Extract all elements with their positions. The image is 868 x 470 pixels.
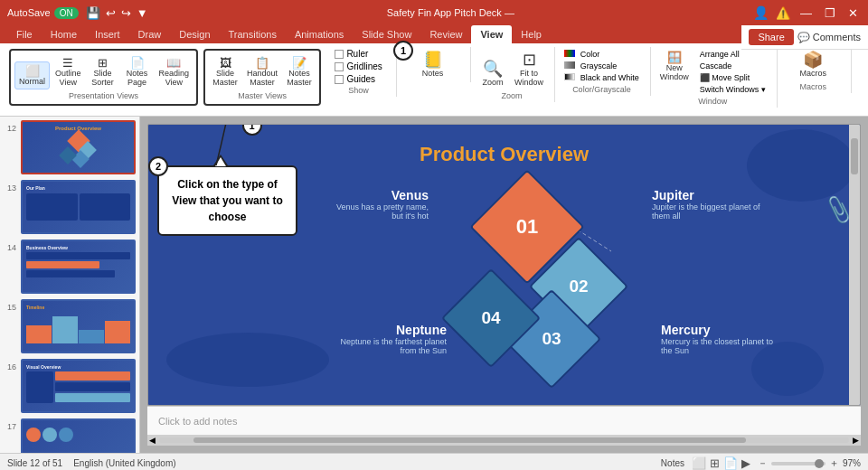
slide-thumb-16[interactable]: 16 Visual Overview (4, 359, 136, 413)
outline-view-btn[interactable]: ☰ Outline View (52, 54, 85, 89)
switch-windows-btn[interactable]: Switch Windows ▾ (696, 84, 769, 95)
ribbon: File Home Insert Draw Design Transitions… (0, 25, 868, 117)
notes-area[interactable]: Click to add notes (147, 406, 861, 435)
more-btn[interactable]: ▼ (137, 6, 148, 20)
slide-num-13: 13 (4, 183, 16, 193)
bw-btn[interactable]: Black and White (561, 72, 643, 83)
reading-view-btn[interactable]: 📖 Reading View (156, 54, 193, 89)
slide-panel[interactable]: 12 Product Overview 13 Our Plan (0, 117, 140, 453)
language-info: English (United Kingdom) (73, 458, 175, 468)
scroll-thumb[interactable] (851, 138, 858, 174)
guides-checkbox[interactable] (335, 75, 344, 84)
ruler-check[interactable]: Ruler (335, 49, 382, 59)
tab-animations[interactable]: Animations (286, 25, 353, 43)
macros-btn[interactable]: 📦 Macros (796, 49, 830, 80)
zoom-label: Zoom (502, 91, 523, 100)
scroll-right-btn[interactable]: ▶ (853, 436, 859, 445)
reading-view-icon[interactable]: 📄 (723, 456, 738, 470)
tab-review[interactable]: Review (420, 25, 471, 43)
move-split-btn[interactable]: ⬛ Move Split (696, 72, 769, 83)
notes-icon: 📒 (423, 52, 443, 68)
handout-master-btn[interactable]: 📋 Handout Master (243, 54, 281, 89)
guides-check[interactable]: Guides (335, 74, 382, 84)
vertical-scrollbar[interactable] (849, 125, 860, 405)
sorter-view-icon[interactable]: ⊞ (710, 456, 720, 470)
redo-btn[interactable]: ↪ (121, 6, 131, 20)
zoom-thumb[interactable] (815, 459, 824, 468)
normal-view-icon[interactable]: ⬜ (692, 456, 706, 470)
slide-thumb-13[interactable]: 13 Our Plan (4, 180, 136, 234)
user-icon[interactable]: 👤 (753, 5, 769, 20)
callout-text: Click on the type of View that you want … (172, 178, 282, 223)
comments-btn[interactable]: 💬 Comments (797, 32, 861, 43)
tab-transitions[interactable]: Transitions (220, 25, 286, 43)
click-to-add-notes[interactable]: Click to add notes (158, 416, 237, 427)
tab-insert[interactable]: Insert (86, 25, 129, 43)
status-right: Notes ⬜ ⊞ 📄 ▶ － ＋ 97% (661, 456, 861, 470)
slideshow-view-icon[interactable]: ▶ (741, 456, 750, 470)
share-button[interactable]: Share (749, 29, 793, 45)
zoom-in-btn[interactable]: ＋ (829, 456, 839, 470)
minimize-btn[interactable]: — (797, 6, 815, 20)
close-btn[interactable]: ✕ (845, 6, 861, 20)
fit-window-btn[interactable]: ⊡ Fit to Window (511, 49, 547, 89)
ribbon-content: ⬜ Normal ☰ Outline View ⊞ Slide Sorter 📄… (0, 43, 868, 116)
slide-master-btn[interactable]: 🖼 Slide Master (209, 54, 241, 89)
undo-btn[interactable]: ↩ (106, 6, 116, 20)
h-scroll-track[interactable] (159, 437, 849, 443)
grayscale-btn[interactable]: Grayscale (561, 61, 643, 71)
gridlines-check[interactable]: Gridlines (335, 61, 382, 71)
slide-thumb-14[interactable]: 14 Business Overview (4, 240, 136, 294)
tab-view[interactable]: View (471, 25, 512, 43)
slide-sorter-btn[interactable]: ⊞ Slide Sorter (87, 54, 119, 89)
tab-slideshow[interactable]: Slide Show (353, 25, 420, 43)
tab-home[interactable]: Home (42, 25, 86, 43)
slide-preview-17[interactable] (21, 418, 136, 453)
slide-preview-12[interactable]: Product Overview (21, 120, 136, 174)
cascade-btn[interactable]: Cascade (696, 61, 769, 71)
slide-num-15: 15 (4, 303, 16, 312)
zoom-btn[interactable]: 🔍 Zoom (476, 58, 509, 89)
save-icon[interactable]: 💾 (86, 6, 100, 20)
new-window-btn[interactable]: 🪟 New Window (656, 49, 693, 95)
view-mode-icons: ⬜ ⊞ 📄 ▶ (692, 456, 750, 470)
autosave-toggle[interactable]: ON (54, 7, 79, 19)
master-views-label: Master Views (238, 91, 287, 100)
tab-draw[interactable]: Draw (129, 25, 171, 43)
tab-file[interactable]: File (7, 25, 42, 43)
document-title: Safety Fin App Pitch Deck — (148, 7, 753, 18)
scroll-left-btn[interactable]: ◀ (149, 436, 156, 445)
slide-preview-14[interactable]: Business Overview (21, 240, 136, 294)
zoom-out-btn[interactable]: － (758, 456, 768, 470)
arrange-all-btn[interactable]: Arrange All (696, 49, 769, 60)
notes-master-btn[interactable]: 📝 Notes Master (283, 54, 316, 89)
color-btn[interactable]: Color (561, 49, 643, 60)
notes-page-btn[interactable]: 📄 Notes Page (121, 54, 154, 89)
slide-preview-13[interactable]: Our Plan (21, 180, 136, 234)
new-window-icon: 🪟 (667, 52, 682, 63)
title-bar: AutoSave ON 💾 ↩ ↪ ▼ Safety Fin App Pitch… (0, 0, 868, 25)
ruler-checkbox[interactable] (335, 50, 344, 59)
normal-view-btn[interactable]: ⬜ Normal (14, 61, 50, 89)
normal-icon: ⬜ (25, 65, 40, 77)
notes-btn[interactable]: 📒 Notes (417, 49, 449, 80)
tab-help[interactable]: Help (512, 25, 551, 43)
slide-thumb-12[interactable]: 12 Product Overview (4, 120, 136, 174)
zoom-slider[interactable] (771, 462, 826, 465)
slide-thumb-17[interactable]: 17 (4, 418, 136, 453)
slide-thumb-15[interactable]: 15 Timeline (4, 299, 136, 353)
gridlines-checkbox[interactable] (335, 62, 344, 71)
color-label: Color/Grayscale (572, 85, 631, 94)
decor-blob-2 (166, 333, 329, 387)
handout-icon: 📋 (255, 57, 269, 69)
horizontal-scrollbar[interactable]: ◀ ▶ (147, 435, 861, 446)
notes-status-btn[interactable]: Notes (661, 458, 684, 468)
callout-number-badge: 2 (148, 156, 168, 176)
fit-icon: ⊡ (523, 52, 536, 68)
h-scroll-thumb[interactable] (193, 437, 745, 443)
tab-design[interactable]: Design (170, 25, 219, 43)
restore-btn[interactable]: ❐ (822, 6, 838, 20)
slide-preview-16[interactable]: Visual Overview (21, 359, 136, 413)
slide-title: Product Overview (420, 143, 589, 166)
slide-preview-15[interactable]: Timeline (21, 299, 136, 353)
